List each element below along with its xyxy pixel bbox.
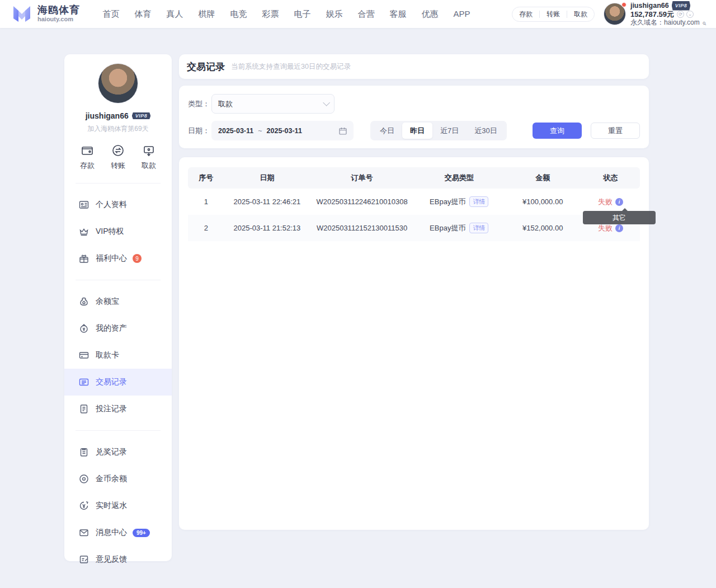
- sidebar-item-personal-info[interactable]: 个人资料: [64, 191, 172, 218]
- status-info-icon[interactable]: i: [615, 224, 623, 232]
- type-select[interactable]: 取款: [211, 94, 335, 114]
- coin-icon: [79, 474, 89, 484]
- nav-item-lottery[interactable]: 彩票: [255, 0, 286, 28]
- brand-logo[interactable]: 海鸥体育 haiouty.com: [11, 4, 80, 24]
- avatar[interactable]: [604, 3, 626, 25]
- nav-item-promo[interactable]: 优惠: [414, 0, 446, 28]
- permanent-domain: 永久域名：haiouty.com: [630, 18, 700, 27]
- reset-button[interactable]: 重置: [591, 123, 640, 139]
- date-separator: ~: [258, 127, 262, 135]
- nav-item-sports[interactable]: 体育: [127, 0, 159, 28]
- sidebar-item-welfare[interactable]: 福利中心 9: [64, 245, 172, 272]
- profile-username: jiushigan66: [86, 111, 129, 120]
- cell-type: EBpay提币: [430, 223, 465, 233]
- status-tooltip: 其它: [583, 211, 656, 224]
- table-row: 2 2025-03-11 21:52:13 W20250311215213001…: [188, 215, 640, 241]
- transfer-quick-label: 转账: [111, 161, 125, 171]
- sidebar-item-messages[interactable]: 消息中心 99+: [64, 519, 172, 546]
- vip-badge: VIP8: [672, 1, 691, 11]
- query-button[interactable]: 查询: [533, 123, 582, 139]
- cell-amount: ¥152,000.00: [505, 215, 581, 241]
- type-label: 类型：: [188, 99, 211, 109]
- col-header-status: 状态: [581, 167, 640, 189]
- nav-item-app[interactable]: APP: [446, 0, 478, 28]
- divider: [76, 183, 161, 184]
- topbar: 海鸥体育 haiouty.com 首页 体育 真人 棋牌 电竞 彩票 电子 娱乐…: [0, 0, 716, 28]
- rebate-yen-icon: [79, 501, 89, 511]
- transfer-quick-action[interactable]: 转账: [111, 144, 125, 171]
- sidebar-item-withdraw-card[interactable]: 取款卡: [64, 342, 172, 369]
- withdraw-quick-action[interactable]: 取款: [142, 144, 156, 171]
- range-yesterday[interactable]: 昨日: [402, 123, 432, 139]
- sidebar-item-label: 意见反馈: [96, 554, 127, 565]
- divider: [76, 280, 161, 280]
- nav-item-esports[interactable]: 电竞: [223, 0, 255, 28]
- nav-item-partnership[interactable]: 合营: [350, 0, 382, 28]
- date-from: 2025-03-11: [218, 127, 253, 135]
- document-icon: [79, 404, 89, 414]
- page-header-card: 交易记录 当前系统支持查询最近30日的交易记录: [179, 54, 649, 79]
- transaction-list-icon: [79, 377, 89, 387]
- brand-logo-icon: [11, 4, 32, 24]
- sidebar-item-label: 余额宝: [96, 297, 119, 307]
- sidebar-item-redeem-records[interactable]: 兑奖记录: [64, 439, 172, 465]
- topbar-quick-actions: 存款 转账 取款: [512, 7, 595, 22]
- sidebar-item-rebate[interactable]: 实时返水: [64, 492, 172, 519]
- sidebar-item-label: VIP特权: [96, 227, 124, 237]
- page-subtitle: 当前系统支持查询最近30日的交易记录: [231, 62, 351, 72]
- wallet-icon: [81, 144, 94, 157]
- detail-link[interactable]: 详情: [469, 196, 488, 207]
- date-to: 2025-03-11: [267, 127, 302, 135]
- brand-name-cn: 海鸥体育: [37, 5, 80, 16]
- range-7days[interactable]: 近7日: [432, 123, 467, 139]
- username: jiushigan66: [630, 2, 669, 10]
- type-filter-row: 类型： 取款: [188, 94, 640, 114]
- sidebar-item-feedback[interactable]: 意见反馈: [64, 546, 172, 573]
- table-row: 1 2025-03-11 22:46:21 W20250311224621001…: [188, 189, 640, 215]
- withdraw-quick-label: 取款: [142, 161, 156, 171]
- status-failed: 失败: [598, 197, 613, 207]
- sidebar-item-bet-records[interactable]: 投注记录: [64, 396, 172, 422]
- sidebar-item-coin-balance[interactable]: 金币余额: [64, 465, 172, 492]
- transfer-button[interactable]: 转账: [540, 7, 567, 21]
- sidebar-group-account: 个人资料 VIP特权 福利中心 9: [64, 188, 172, 275]
- gift-icon: [79, 253, 89, 264]
- topbar-right: 存款 转账 取款 jiushigan66 VIP8 152,787.59元 ⟳ …: [512, 0, 706, 28]
- id-card-icon: [79, 200, 89, 210]
- sidebar-item-label: 交易记录: [96, 377, 127, 387]
- sidebar-item-assets[interactable]: 我的资产: [64, 315, 172, 342]
- withdraw-button[interactable]: 取款: [567, 7, 594, 21]
- bank-card-icon: [79, 350, 89, 360]
- profile-vip-badge: VIP8: [132, 112, 151, 119]
- profile-avatar[interactable]: [98, 63, 138, 104]
- nav-item-live[interactable]: 真人: [159, 0, 191, 28]
- status-info-icon[interactable]: i: [615, 198, 623, 206]
- deposit-button[interactable]: 存款: [512, 7, 539, 21]
- sidebar-item-vip[interactable]: VIP特权: [64, 218, 172, 245]
- quick-range-group: 今日 昨日 近7日 近30日: [370, 121, 507, 140]
- deposit-quick-action[interactable]: 存款: [80, 144, 95, 171]
- nav-item-service[interactable]: 客服: [382, 0, 414, 28]
- status-failed: 失败: [598, 223, 613, 233]
- col-header-date: 日期: [224, 167, 310, 189]
- sidebar-item-yuebao[interactable]: 余额宝: [64, 288, 172, 315]
- clipboard-icon: [79, 447, 89, 457]
- col-header-no: 序号: [188, 167, 224, 189]
- range-today[interactable]: 今日: [372, 123, 402, 139]
- withdraw-icon: [142, 144, 156, 157]
- sidebar-item-transactions[interactable]: 交易记录: [64, 369, 172, 396]
- date-range-input[interactable]: 2025-03-11 ~ 2025-03-11: [211, 121, 354, 140]
- nav-item-boardgames[interactable]: 棋牌: [191, 0, 223, 28]
- chevron-down-icon[interactable]: ⌄: [686, 11, 694, 18]
- refresh-balance-icon[interactable]: ⟳: [677, 11, 684, 18]
- cell-order: W202503112152130011530: [310, 215, 414, 241]
- nav-item-slots[interactable]: 电子: [286, 0, 318, 28]
- nav-item-home[interactable]: 首页: [95, 0, 127, 28]
- notification-dot: [621, 2, 626, 7]
- profile-join-days: 加入海鸥体育第69天: [64, 124, 172, 134]
- search-icon[interactable]: ⌕: [702, 18, 706, 27]
- feedback-edit-icon: [79, 554, 89, 565]
- detail-link[interactable]: 详情: [469, 223, 488, 233]
- nav-item-entertainment[interactable]: 娱乐: [318, 0, 350, 28]
- range-30days[interactable]: 近30日: [467, 123, 505, 139]
